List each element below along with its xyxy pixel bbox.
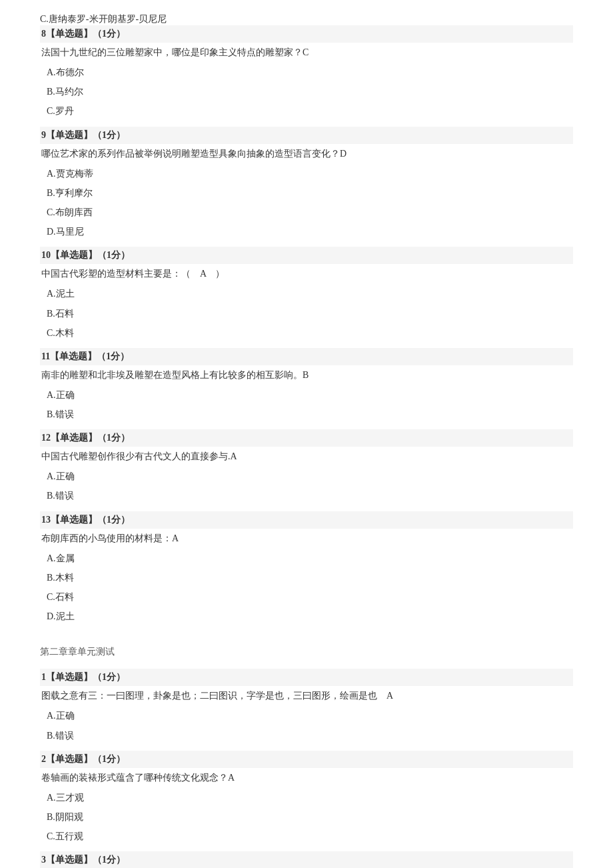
question-block-9: 9【单选题】（1分）哪位艺术家的系列作品被举例说明雕塑造型具象向抽象的造型语言变… (40, 127, 573, 242)
question-block-12: 12【单选题】（1分）中国古代雕塑创作很少有古代文人的直接参与.AA.正确B.错… (40, 429, 573, 505)
question-block-8: 8【单选题】（1分）法国十九世纪的三位雕塑家中，哪位是印象主义特点的雕塑家？CA… (40, 25, 573, 121)
question-header-8: 8【单选题】（1分） (40, 25, 573, 43)
question-text-8: 法国十九世纪的三位雕塑家中，哪位是印象主义特点的雕塑家？C (40, 45, 573, 60)
prev-answer-block: C.唐纳泰罗-米开朗基罗-贝尼尼 (40, 13, 573, 25)
section2-option-2-1: B.阴阳观 (40, 807, 573, 827)
option-13-2: C.石料 (40, 587, 573, 607)
question-text-9: 哪位艺术家的系列作品被举例说明雕塑造型具象向抽象的造型语言变化？D (40, 147, 573, 161)
option-8-2: C.罗丹 (40, 101, 573, 121)
question-header-13: 13【单选题】（1分） (40, 511, 573, 529)
question-text-13: 布朗库西的小鸟使用的材料是：A (40, 531, 573, 546)
section2-question-text-2: 卷轴画的装裱形式蕴含了哪种传统文化观念？A (40, 771, 573, 785)
section2-question-block-1: 1【单选题】（1分）图载之意有三：一曰图理，卦象是也；二曰图识，字学是也，三曰图… (40, 669, 573, 745)
question-header-10: 10【单选题】（1分） (40, 247, 573, 264)
section2-question-header-3: 3【单选题】（1分） (40, 851, 573, 868)
option-8-0: A.布德尔 (40, 63, 573, 82)
option-13-0: A.金属 (40, 549, 573, 568)
question-text-12: 中国古代雕塑创作很少有古代文人的直接参与.A (40, 449, 573, 464)
section2-question-header-1: 1【单选题】（1分） (40, 669, 573, 686)
section2-block: 第二章章单元测试 1【单选题】（1分）图载之意有三：一曰图理，卦象是也；二曰图识… (40, 646, 573, 868)
question-block-11: 11【单选题】（1分）南非的雕塑和北非埃及雕塑在造型风格上有比较多的相互影响。B… (40, 348, 573, 424)
question-block-13: 13【单选题】（1分）布朗库西的小鸟使用的材料是：AA.金属B.木料C.石料D.… (40, 511, 573, 627)
question-text-10: 中国古代彩塑的造型材料主要是：（ A ） (40, 267, 573, 281)
option-10-1: B.石料 (40, 304, 573, 323)
section2-question-block-2: 2【单选题】（1分）卷轴画的装裱形式蕴含了哪种传统文化观念？AA.三才观B.阴阳… (40, 751, 573, 847)
option-9-1: B.亨利摩尔 (40, 183, 573, 203)
option-11-0: A.正确 (40, 385, 573, 405)
question-header-12: 12【单选题】（1分） (40, 429, 573, 447)
option-12-1: B.错误 (40, 486, 573, 505)
option-12-0: A.正确 (40, 467, 573, 486)
question-header-9: 9【单选题】（1分） (40, 127, 573, 144)
section2-title: 第二章章单元测试 (40, 646, 573, 658)
section2-question-text-1: 图载之意有三：一曰图理，卦象是也；二曰图识，字学是也，三曰图形，绘画是也 A (40, 689, 573, 703)
section2-option-1-0: A.正确 (40, 706, 573, 725)
option-11-1: B.错误 (40, 405, 573, 424)
section2-question-block-3: 3【单选题】（1分） (40, 851, 573, 868)
question-text-11: 南非的雕塑和北非埃及雕塑在造型风格上有比较多的相互影响。B (40, 368, 573, 383)
option-13-3: D.泥土 (40, 607, 573, 626)
section2-option-2-2: C.五行观 (40, 827, 573, 846)
option-9-2: C.布朗库西 (40, 203, 573, 222)
prev-answer-text: C.唐纳泰罗-米开朗基罗-贝尼尼 (40, 13, 573, 25)
section2-question-header-2: 2【单选题】（1分） (40, 751, 573, 768)
question-header-11: 11【单选题】（1分） (40, 348, 573, 365)
section2-option-2-0: A.三才观 (40, 788, 573, 807)
option-10-0: A.泥土 (40, 284, 573, 303)
section2-option-1-1: B.错误 (40, 726, 573, 745)
option-9-3: D.马里尼 (40, 222, 573, 241)
option-10-2: C.木料 (40, 323, 573, 343)
option-13-1: B.木料 (40, 568, 573, 587)
question-block-10: 10【单选题】（1分）中国古代彩塑的造型材料主要是：（ A ）A.泥土B.石料C… (40, 247, 573, 343)
option-8-1: B.马约尔 (40, 82, 573, 101)
option-9-0: A.贾克梅蒂 (40, 164, 573, 183)
